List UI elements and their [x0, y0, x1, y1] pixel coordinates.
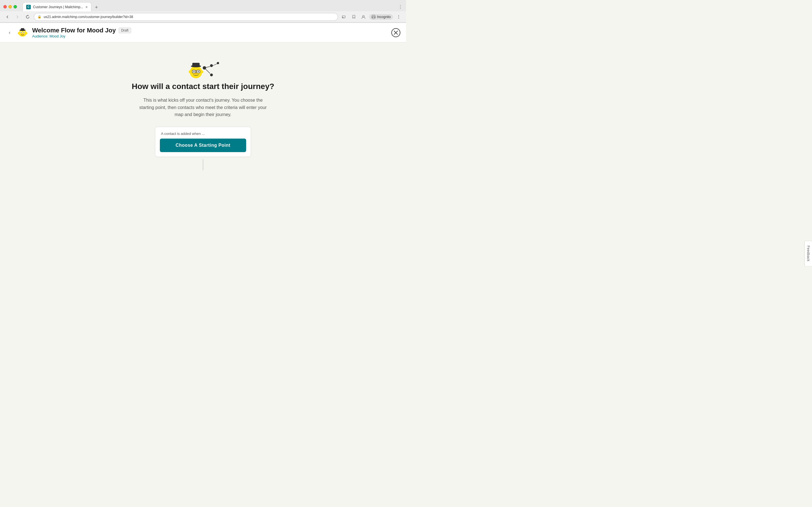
svg-rect-14: [21, 28, 24, 31]
tab-close-icon[interactable]: ×: [86, 5, 88, 9]
tab-bar: C Customer Journeys | Mailchimp... × +: [22, 2, 100, 11]
svg-point-26: [195, 73, 197, 74]
header-title-area: Welcome Flow for Mood Joy Draft Audience…: [32, 27, 131, 38]
refresh-nav-button[interactable]: [24, 13, 32, 21]
svg-point-16: [26, 32, 28, 34]
forward-nav-button[interactable]: [13, 13, 21, 21]
new-tab-button[interactable]: +: [93, 3, 100, 11]
svg-point-27: [201, 70, 203, 73]
title-bar: C Customer Journeys | Mailchimp... × + ⋮: [0, 0, 406, 11]
bookmark-icon[interactable]: [350, 13, 358, 21]
app-back-button[interactable]: ‹: [6, 29, 13, 37]
svg-point-28: [189, 70, 191, 73]
header-title-row: Welcome Flow for Mood Joy Draft: [32, 27, 131, 34]
contact-added-label: A contact is added when ...: [160, 131, 246, 136]
browser-menu-icon[interactable]: [395, 13, 403, 21]
svg-point-11: [21, 32, 22, 33]
svg-point-25: [198, 71, 199, 72]
svg-point-35: [217, 62, 219, 64]
svg-line-34: [213, 64, 217, 66]
starting-point-card: A contact is added when ... Choose A Sta…: [155, 127, 251, 157]
cast-icon[interactable]: [340, 13, 348, 21]
tab-title: Customer Journeys | Mailchimp...: [33, 5, 83, 9]
lock-icon: 🔒: [38, 15, 42, 18]
back-nav-button[interactable]: [3, 13, 11, 21]
svg-point-5: [398, 15, 399, 15]
nav-bar: 🔒 us21.admin.mailchimp.com/customer-jour…: [0, 11, 406, 22]
browser-nav-icons: Incognito: [340, 13, 403, 21]
svg-point-12: [24, 32, 24, 33]
browser-tab[interactable]: C Customer Journeys | Mailchimp... ×: [22, 2, 91, 11]
connector-line: [203, 159, 203, 170]
audience-name: Mood Joy: [49, 34, 65, 38]
svg-point-7: [398, 18, 399, 18]
mailchimp-logo: [17, 27, 28, 38]
svg-point-2: [371, 15, 375, 19]
main-description: This is what kicks off your contact's jo…: [138, 97, 268, 118]
draft-badge: Draft: [119, 27, 131, 33]
header-audience: Audience: Mood Joy: [32, 34, 131, 38]
browser-chrome: C Customer Journeys | Mailchimp... × + ⋮: [0, 0, 406, 23]
url-text: us21.admin.mailchimp.com/customer-journe…: [44, 15, 335, 19]
svg-point-15: [22, 33, 23, 34]
journey-illustration: [186, 59, 220, 82]
svg-point-3: [372, 17, 373, 18]
window-menu-icon[interactable]: ⋮: [398, 4, 403, 10]
svg-point-31: [203, 66, 206, 69]
audience-label: Audience:: [32, 34, 49, 38]
svg-point-32: [210, 64, 213, 67]
app-header: ‹ Welcome Flow for Mood Joy Draft Audien…: [0, 23, 406, 43]
main-heading: How will a contact start their journey?: [132, 82, 274, 91]
svg-rect-20: [192, 63, 200, 67]
svg-point-18: [190, 66, 202, 78]
svg-point-4: [374, 17, 375, 18]
maximize-traffic-light[interactable]: [13, 5, 17, 8]
header-close-button[interactable]: [391, 28, 400, 37]
svg-point-6: [398, 16, 399, 17]
main-content: How will a contact start their journey? …: [0, 43, 406, 253]
svg-point-1: [363, 15, 364, 17]
svg-point-17: [18, 32, 19, 34]
incognito-label: Incognito: [377, 15, 391, 19]
page-title: Welcome Flow for Mood Joy: [32, 27, 116, 34]
tab-favicon: C: [26, 5, 31, 9]
address-bar[interactable]: 🔒 us21.admin.mailchimp.com/customer-jour…: [34, 13, 338, 21]
incognito-badge: Incognito: [369, 14, 393, 20]
svg-point-24: [193, 71, 195, 72]
traffic-lights: [3, 5, 17, 8]
minimize-traffic-light[interactable]: [8, 5, 12, 8]
svg-point-33: [210, 73, 213, 76]
close-traffic-light[interactable]: [3, 5, 7, 8]
profile-extensions-icon[interactable]: [359, 13, 367, 21]
choose-starting-point-button[interactable]: Choose A Starting Point: [160, 138, 246, 152]
